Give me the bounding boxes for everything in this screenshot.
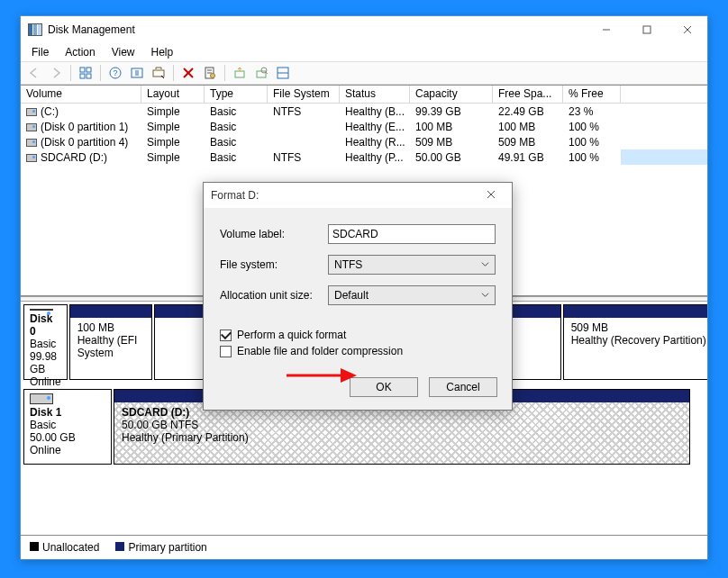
menu-help[interactable]: Help [144,45,181,59]
column-layout[interactable]: Layout [141,86,205,103]
close-button[interactable] [667,16,707,43]
cell: Healthy (E... [340,119,410,135]
svg-text:?: ? [113,68,117,77]
svg-rect-19 [257,71,266,77]
grid-icon[interactable] [76,63,96,83]
properties-icon[interactable] [200,63,220,83]
app-icon [28,23,42,36]
menu-action[interactable]: Action [58,45,102,59]
compression-label: Enable file and folder compression [237,345,403,357]
partition[interactable]: 509 MBHealthy (Recovery Partition) [563,304,707,380]
cell: Basic [205,104,268,120]
svg-rect-7 [86,74,91,78]
dialog-titlebar: Format D: [204,183,512,208]
volume-row[interactable]: (Disk 0 partition 1)SimpleBasicHealthy (… [21,119,707,134]
allocation-combo[interactable]: Default [328,285,496,305]
help-icon[interactable]: ? [105,63,125,83]
menu-view[interactable]: View [105,45,142,59]
format-icon[interactable] [251,63,271,83]
cell [268,125,340,129]
cell: Healthy (R... [340,134,410,150]
toolbar: ? [21,61,707,85]
ok-button[interactable]: OK [350,377,418,397]
column-filesystem[interactable]: File System [268,86,340,103]
cell: 100 % [563,119,621,135]
maximize-button[interactable] [626,16,667,43]
volume-row[interactable]: SDCARD (D:)SimpleBasicNTFSHealthy (P...5… [21,149,707,165]
forward-icon[interactable] [46,63,66,83]
view-mode-icon[interactable] [273,63,293,83]
legend: Unallocated Primary partition [21,536,707,559]
svg-rect-6 [80,74,85,78]
cell: SDCARD (D:) [21,149,141,166]
cell: (C:) [21,104,141,120]
column-freespace[interactable]: Free Spa... [493,86,563,103]
back-icon[interactable] [24,63,44,83]
svg-rect-18 [235,71,244,77]
chevron-down-icon [481,258,489,271]
volume-row[interactable]: (Disk 0 partition 4)SimpleBasicHealthy (… [21,134,707,149]
chevron-down-icon [481,289,489,302]
cell: (Disk 0 partition 4) [21,134,141,150]
disk-label[interactable]: Disk 1Basic50.00 GBOnline [23,389,112,465]
partition[interactable]: 100 MBHealthy (EFI System [69,304,152,380]
cell: 99.39 GB [410,104,493,120]
delete-icon[interactable] [178,63,198,83]
column-status[interactable]: Status [340,86,410,103]
cell [268,140,340,144]
cell: Healthy (B... [340,104,410,120]
titlebar: Disk Management [21,16,707,43]
quick-format-label: Perform a quick format [237,329,346,341]
cell: Simple [141,104,205,120]
disk-icon [30,393,53,404]
cancel-button[interactable]: Cancel [429,377,497,397]
svg-rect-1 [643,26,651,33]
column-pctfree[interactable]: % Free [563,86,621,103]
svg-rect-11 [153,70,164,77]
refresh-icon[interactable] [127,63,147,83]
column-type[interactable]: Type [205,86,268,103]
svg-rect-4 [80,68,85,72]
cell: 49.91 GB [493,149,563,166]
svg-point-17 [211,74,215,78]
cell: NTFS [268,149,340,166]
cell: Basic [205,149,268,166]
column-spare[interactable] [621,86,707,103]
filesystem-value: NTFS [334,258,362,271]
filesystem-combo[interactable]: NTFS [328,255,496,275]
window-title: Disk Management [48,23,586,36]
cell: Simple [141,134,205,150]
legend-unallocated: Unallocated [30,541,99,554]
cell: 509 MB [410,134,493,150]
quick-format-checkbox[interactable] [220,330,232,341]
disk-label[interactable]: Disk 0Basic99.98 GBOnline [23,304,68,380]
volume-label-input[interactable] [328,224,496,244]
cell: 100 MB [493,119,563,135]
disk-icon [30,309,53,311]
column-capacity[interactable]: Capacity [410,86,493,103]
volume-row[interactable]: (C:)SimpleBasicNTFSHealthy (B...99.39 GB… [21,104,707,119]
cell: Basic [205,119,268,135]
rescan-icon[interactable] [149,63,168,83]
cell: Simple [141,149,205,166]
legend-primary: Primary partition [115,541,206,554]
dialog-close-icon[interactable] [478,189,505,202]
cell: Healthy (P... [340,149,410,166]
dialog-title: Format D: [211,189,478,202]
filesystem-label: File system: [220,258,328,271]
column-volume[interactable]: Volume [21,86,141,103]
cell: Simple [141,119,205,135]
cell: 509 MB [493,134,563,150]
cell: (Disk 0 partition 1) [21,119,141,135]
cell: 23 % [563,104,621,120]
cell: NTFS [268,104,340,120]
cell: 22.49 GB [493,104,563,120]
allocation-value: Default [334,289,369,302]
new-volume-icon[interactable] [230,63,250,83]
menubar: File Action View Help [21,43,707,61]
format-dialog: Format D: Volume label: File system: NTF… [203,182,513,411]
minimize-button[interactable] [586,16,626,43]
cell: Basic [205,134,268,150]
menu-file[interactable]: File [24,45,56,59]
compression-checkbox[interactable] [220,346,232,357]
